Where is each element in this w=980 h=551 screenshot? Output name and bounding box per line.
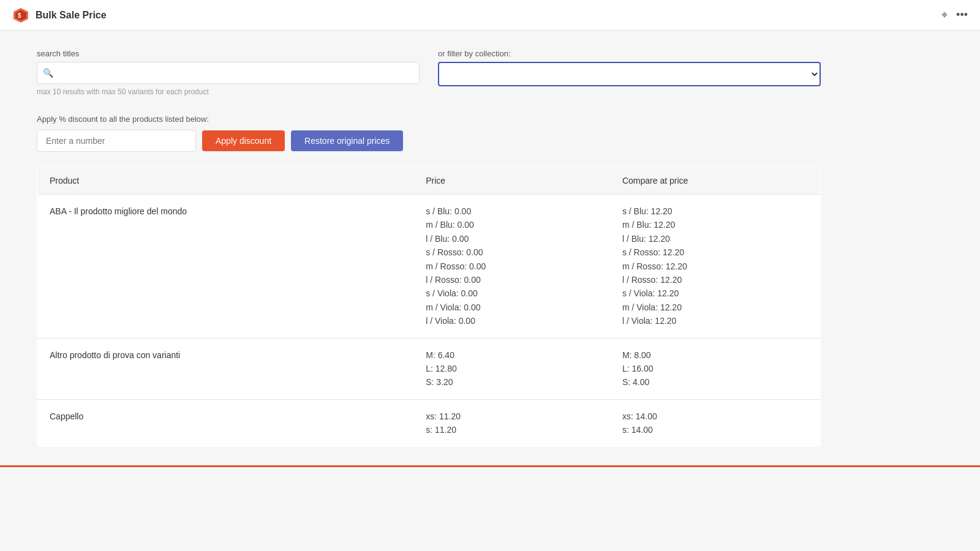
header-left: $ Bulk Sale Price [12,7,107,24]
pin-icon[interactable]: ⌖ [941,9,948,21]
col-price: Price [413,167,610,195]
table-row: Altro prodotto di prova con variantiM: 6… [37,338,821,399]
discount-input[interactable] [37,130,196,152]
app-header: $ Bulk Sale Price ⌖ ••• [0,0,980,31]
table-header: Product Price Compare at price [37,167,821,195]
product-name-cell: Altro prodotto di prova con varianti [37,338,414,399]
search-input[interactable] [37,62,420,84]
compare-price-cell: M: 8.00L: 16.00S: 4.00 [610,338,821,399]
discount-controls: Apply discount Restore original prices [37,130,821,152]
compare-price-cell: xs: 14.00s: 14.00 [610,399,821,447]
app-title: Bulk Sale Price [36,10,107,21]
product-name-cell: ABA - Il prodotto migliore del mondo [37,195,414,339]
table-header-row: Product Price Compare at price [37,167,821,195]
discount-section: Apply % discount to all the products lis… [37,114,821,152]
svg-text:$: $ [18,12,21,19]
col-product: Product [37,167,414,195]
price-cell: M: 6.40L: 12.80S: 3.20 [413,338,610,399]
price-cell: s / Blu: 0.00m / Blu: 0.00l / Blu: 0.00s… [413,195,610,339]
price-cell: xs: 11.20s: 11.20 [413,399,610,447]
table-row: ABA - Il prodotto migliore del mondos / … [37,195,821,339]
search-row: search titles 🔍 max 10 results with max … [37,49,821,96]
bottom-border [0,465,980,467]
table-body: ABA - Il prodotto migliore del mondos / … [37,195,821,447]
app-logo-icon: $ [12,7,29,24]
search-input-wrapper: 🔍 [37,62,420,84]
search-hint: max 10 results with max 50 variants for … [37,88,420,96]
restore-prices-button[interactable]: Restore original prices [291,130,403,151]
products-table: Product Price Compare at price ABA - Il … [37,167,821,447]
product-name: Altro prodotto di prova con varianti [50,350,180,360]
search-titles-section: search titles 🔍 max 10 results with max … [37,49,420,96]
filter-collection-section: or filter by collection: [438,49,821,86]
search-titles-label: search titles [37,49,420,58]
product-name: Cappello [50,411,83,421]
header-right: ⌖ ••• [941,9,968,21]
discount-label: Apply % discount to all the products lis… [37,114,821,124]
main-content: search titles 🔍 max 10 results with max … [0,31,858,465]
product-name-cell: Cappello [37,399,414,447]
apply-discount-button[interactable]: Apply discount [202,130,285,151]
product-name: ABA - Il prodotto migliore del mondo [50,206,187,216]
col-compare-price: Compare at price [610,167,821,195]
collection-select[interactable] [438,62,821,86]
collection-label: or filter by collection: [438,49,821,58]
search-icon: 🔍 [43,68,53,78]
compare-price-cell: s / Blu: 12.20m / Blu: 12.20l / Blu: 12.… [610,195,821,339]
more-options-icon[interactable]: ••• [956,9,968,21]
table-row: Cappelloxs: 11.20s: 11.20xs: 14.00s: 14.… [37,399,821,447]
